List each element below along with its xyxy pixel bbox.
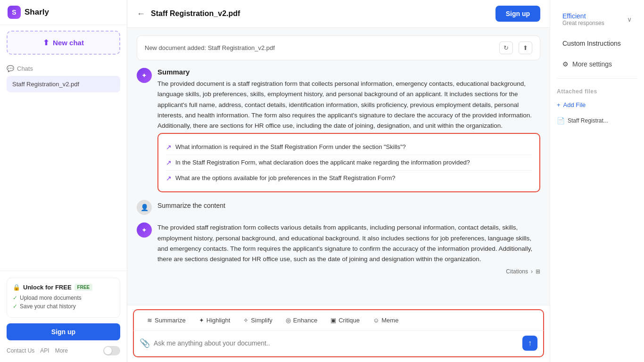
share-button[interactable]: ⬆ [519, 41, 532, 54]
new-chat-button[interactable]: ⬆ New chat [7, 31, 120, 55]
back-button[interactable]: ← [137, 9, 145, 19]
sidebar-header: S Sharly [0, 0, 127, 25]
chats-section: 💬 Chats Staff Registration_v2.pdf [0, 60, 127, 94]
input-area: 📎 ↑ [133, 330, 544, 357]
chat-item[interactable]: Staff Registration_v2.pdf [7, 76, 120, 92]
simplify-button[interactable]: ✧ Simplify [238, 314, 278, 327]
custom-instructions-label: Custom Instructions [562, 40, 621, 47]
doc-notice: New document added: Staff Registration_v… [137, 35, 540, 60]
gear-icon: ⚙ [562, 60, 569, 68]
topbar: ← Staff Registration_v2.pdf Sign up [127, 0, 550, 28]
citations-page: ⊞ [536, 268, 540, 275]
api-link[interactable]: API [40, 347, 49, 354]
unlock-item-1: ✓ Upload more documents [13, 295, 114, 301]
app-name: Sharly [25, 8, 49, 17]
file-name: Staff Registrat... [568, 117, 608, 124]
footer-links: Contact Us API More [7, 347, 68, 354]
action-toolbar: ≋ Summarize ✦ Highlight ✧ Simplify ◎ Enh… [133, 309, 544, 330]
app-logo: S [8, 6, 21, 19]
highlight-icon: ✦ [199, 317, 204, 324]
more-link[interactable]: More [55, 347, 68, 354]
doc-notice-actions: ↻ ⬆ [499, 41, 532, 54]
arrow-icon-1: ↗ [166, 143, 172, 151]
ai-second-content: The provided staff registration form col… [157, 222, 540, 275]
critique-button[interactable]: ▣ Critique [325, 314, 365, 327]
ai-avatar-2: ✦ [137, 222, 152, 238]
check-icon: ✓ [13, 295, 17, 301]
contact-us-link[interactable]: Contact Us [7, 347, 34, 354]
sidebar-bottom: 🔒 Unlock for FREE FREE ✓ Upload more doc… [0, 271, 127, 362]
efficient-item[interactable]: Efficient Great responses ∨ [557, 8, 637, 31]
suggestion-item-3[interactable]: ↗ What are the options available for job… [166, 171, 532, 186]
summarize-icon: ≋ [147, 317, 152, 324]
topbar-right: Sign up [495, 6, 540, 22]
file-icon: 📄 [557, 117, 565, 124]
arrow-icon-2: ↗ [166, 159, 172, 166]
ai-avatar: ✦ [137, 68, 152, 83]
doc-title: Staff Registration_v2.pdf [151, 9, 240, 18]
unlock-title: 🔒 Unlock for FREE FREE [13, 284, 114, 291]
ai-message-row: ✦ Summary The provided document is a sta… [137, 68, 540, 192]
main-content: ← Staff Registration_v2.pdf Sign up New … [127, 0, 550, 362]
simplify-icon: ✧ [243, 317, 248, 324]
chat-icon: 💬 [7, 65, 14, 72]
summary-text: The provided document is a staff registr… [157, 79, 540, 131]
user-avatar: 👤 [137, 200, 152, 215]
highlight-button[interactable]: ✦ Highlight [193, 314, 236, 327]
user-message-content: Summarize the content [157, 200, 540, 211]
suggestion-item-2[interactable]: ↗ In the Staff Registration Form, what d… [166, 155, 532, 171]
chat-area: New document added: Staff Registration_v… [127, 28, 550, 305]
efficient-label: Efficient [562, 12, 604, 20]
ai-message-content: Summary The provided document is a staff… [157, 68, 540, 192]
summarize-button[interactable]: ≋ Summarize [141, 314, 191, 327]
new-chat-label: New chat [53, 39, 84, 47]
meme-button[interactable]: ☺ Meme [367, 314, 404, 327]
sidebar-footer: Contact Us API More [7, 346, 120, 355]
more-settings-item[interactable]: ⚙ More settings [557, 56, 637, 73]
sign-up-button-sidebar[interactable]: Sign up [7, 323, 120, 340]
attach-button[interactable]: 📎 [140, 338, 154, 348]
lock-icon: 🔒 [13, 284, 20, 291]
efficient-text: Efficient Great responses [562, 12, 604, 26]
custom-instructions-item[interactable]: Custom Instructions [557, 35, 637, 52]
file-item-1[interactable]: 📄 Staff Registrat... [557, 115, 637, 126]
add-file-button[interactable]: + Add File [557, 99, 637, 111]
second-response-text: The provided staff registration form col… [157, 222, 540, 264]
right-panel: Efficient Great responses ∨ Custom Instr… [550, 0, 644, 362]
meme-icon: ☺ [373, 317, 379, 324]
theme-toggle[interactable] [103, 346, 120, 355]
suggestions-box: ↗ What information is required in the St… [157, 133, 540, 192]
chat-input[interactable] [154, 339, 522, 347]
enhance-button[interactable]: ◎ Enhance [280, 314, 323, 327]
doc-notice-text: New document added: Staff Registration_v… [145, 44, 275, 51]
chats-label: 💬 Chats [7, 65, 120, 72]
settings-with-icon: ⚙ More settings [562, 60, 612, 68]
divider [557, 78, 637, 79]
sign-up-button-top[interactable]: Sign up [495, 6, 540, 22]
upload-icon: ⬆ [43, 38, 49, 47]
efficient-sub: Great responses [562, 20, 604, 26]
ai-message-row-2: ✦ The provided staff registration form c… [137, 222, 540, 275]
chevron-down-icon: ∨ [627, 16, 632, 23]
attached-files-label: Attached files [557, 88, 637, 95]
free-badge: FREE [74, 284, 93, 291]
citations-arrow: › [531, 268, 533, 275]
refresh-button[interactable]: ↻ [499, 41, 513, 54]
user-message-row: 👤 Summarize the content [137, 200, 540, 215]
user-message-text: Summarize the content [157, 200, 540, 211]
bottom-area: ≋ Summarize ✦ Highlight ✧ Simplify ◎ Enh… [127, 305, 550, 362]
summary-title: Summary [157, 68, 540, 76]
suggestion-item-1[interactable]: ↗ What information is required in the St… [166, 140, 532, 155]
check-icon-2: ✓ [13, 303, 17, 310]
enhance-icon: ◎ [286, 317, 291, 324]
plus-icon: + [557, 101, 561, 108]
citations-label: Citations [506, 268, 528, 275]
send-button[interactable]: ↑ [522, 336, 537, 351]
toggle-knob [104, 347, 112, 354]
sidebar: S Sharly ⬆ New chat 💬 Chats Staff Regist… [0, 0, 127, 362]
unlock-item-2: ✓ Save your chat history [13, 303, 114, 310]
citations-bar[interactable]: Citations › ⊞ [157, 268, 540, 275]
arrow-icon-3: ↗ [166, 174, 172, 182]
critique-icon: ▣ [330, 317, 336, 324]
unlock-box: 🔒 Unlock for FREE FREE ✓ Upload more doc… [7, 278, 120, 318]
